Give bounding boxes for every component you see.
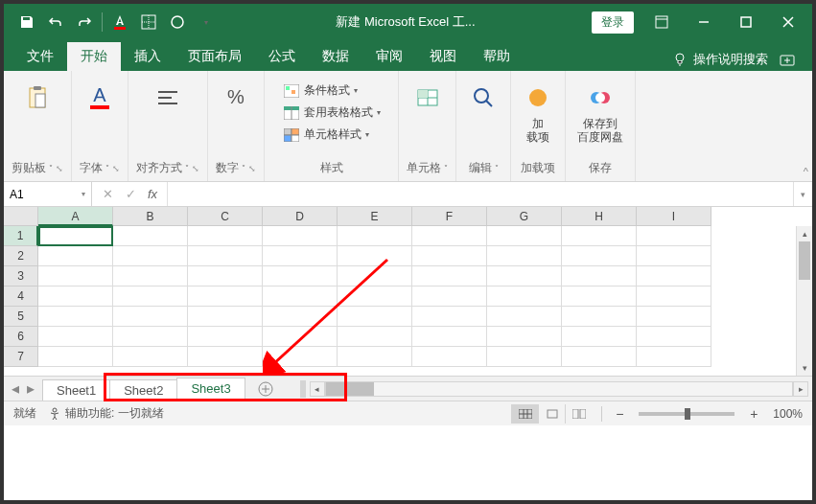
cell[interactable] bbox=[487, 226, 562, 246]
redo-icon[interactable] bbox=[71, 9, 98, 35]
zoom-slider[interactable] bbox=[639, 412, 734, 416]
col-header[interactable]: B bbox=[113, 207, 188, 226]
cell[interactable] bbox=[188, 307, 263, 327]
cell[interactable] bbox=[263, 347, 338, 367]
dialog-launcher-icon[interactable]: ⤡ bbox=[192, 164, 199, 173]
close-icon[interactable] bbox=[768, 8, 808, 36]
share-icon[interactable] bbox=[774, 48, 803, 71]
table-format-button[interactable]: 套用表格格式 ▾ bbox=[283, 103, 381, 123]
col-header[interactable]: A bbox=[38, 207, 113, 226]
tab-help[interactable]: 帮助 bbox=[470, 42, 524, 71]
cell[interactable] bbox=[188, 246, 263, 266]
col-header[interactable]: F bbox=[412, 207, 487, 226]
cell[interactable] bbox=[412, 226, 487, 246]
cell[interactable] bbox=[338, 246, 412, 266]
alignment-button[interactable] bbox=[149, 80, 187, 115]
save-icon[interactable] bbox=[13, 9, 40, 35]
dialog-launcher-icon[interactable]: ⤡ bbox=[248, 164, 256, 173]
cell[interactable] bbox=[188, 286, 263, 307]
accessibility-status[interactable]: 辅助功能: 一切就绪 bbox=[48, 405, 164, 422]
chevron-down-icon[interactable]: ˅ bbox=[49, 164, 53, 172]
horizontal-scrollbar[interactable] bbox=[325, 381, 793, 397]
cell-styles-button[interactable]: 单元格样式 ▾ bbox=[283, 125, 369, 145]
formula-input[interactable] bbox=[168, 182, 793, 206]
cell[interactable] bbox=[637, 347, 711, 367]
undo-icon[interactable] bbox=[42, 9, 69, 35]
row-header[interactable]: 5 bbox=[4, 307, 38, 327]
row-header[interactable]: 6 bbox=[4, 327, 38, 347]
chevron-down-icon[interactable]: ˅ bbox=[495, 164, 499, 172]
cell[interactable] bbox=[113, 307, 188, 327]
cell[interactable] bbox=[263, 307, 338, 327]
cell[interactable] bbox=[263, 327, 338, 347]
tab-layout[interactable]: 页面布局 bbox=[175, 42, 255, 71]
cell[interactable] bbox=[338, 307, 412, 327]
cell[interactable] bbox=[412, 266, 487, 286]
border-icon[interactable] bbox=[135, 9, 162, 35]
tab-view[interactable]: 视图 bbox=[416, 42, 470, 71]
cell[interactable] bbox=[338, 266, 412, 286]
col-header[interactable]: C bbox=[188, 207, 263, 226]
scroll-down-icon[interactable]: ▾ bbox=[797, 360, 812, 376]
cell[interactable] bbox=[263, 286, 338, 307]
font-color-icon[interactable] bbox=[106, 9, 133, 35]
chevron-down-icon[interactable]: ˅ bbox=[444, 164, 448, 172]
zoom-thumb[interactable] bbox=[685, 408, 690, 420]
cell[interactable] bbox=[412, 286, 487, 307]
cell[interactable] bbox=[637, 246, 711, 266]
cell[interactable] bbox=[188, 327, 263, 347]
cell[interactable] bbox=[487, 347, 562, 367]
cell[interactable] bbox=[188, 266, 263, 286]
cell[interactable] bbox=[637, 307, 711, 327]
minimize-icon[interactable] bbox=[684, 8, 724, 36]
prev-sheet-icon[interactable]: ◂ bbox=[12, 379, 19, 398]
addins-button[interactable]: 加 载项 bbox=[519, 80, 557, 147]
tab-file[interactable]: 文件 bbox=[13, 42, 67, 71]
zoom-out-button[interactable]: − bbox=[612, 406, 627, 422]
cell[interactable] bbox=[38, 327, 113, 347]
cell[interactable] bbox=[113, 327, 188, 347]
login-button[interactable]: 登录 bbox=[592, 11, 634, 34]
cell[interactable] bbox=[637, 286, 711, 307]
chevron-down-icon[interactable]: ˅ bbox=[185, 164, 189, 172]
col-header[interactable]: D bbox=[263, 207, 338, 226]
cell[interactable] bbox=[263, 246, 338, 266]
scroll-thumb[interactable] bbox=[326, 382, 374, 396]
qat-customize-icon[interactable]: ▾ bbox=[193, 9, 220, 35]
zoom-level[interactable]: 100% bbox=[773, 407, 803, 421]
col-header[interactable]: G bbox=[487, 207, 562, 226]
cell[interactable] bbox=[562, 246, 637, 266]
circle-icon[interactable] bbox=[164, 9, 191, 35]
tab-split-handle[interactable] bbox=[300, 380, 306, 398]
cell[interactable] bbox=[412, 246, 487, 266]
cell[interactable] bbox=[38, 226, 113, 246]
name-box[interactable]: A1 ▾ bbox=[4, 182, 92, 206]
dialog-launcher-icon[interactable]: ⤡ bbox=[56, 164, 63, 173]
scroll-left-icon[interactable]: ◂ bbox=[310, 381, 325, 397]
cell[interactable] bbox=[637, 327, 711, 347]
cell[interactable] bbox=[487, 327, 562, 347]
cell[interactable] bbox=[637, 226, 711, 246]
cell[interactable] bbox=[487, 246, 562, 266]
row-header[interactable]: 3 bbox=[4, 266, 38, 286]
cell[interactable] bbox=[113, 286, 188, 307]
conditional-format-button[interactable]: 条件格式 ▾ bbox=[283, 80, 358, 101]
fx-icon[interactable]: fx bbox=[142, 187, 163, 201]
dialog-launcher-icon[interactable]: ⤡ bbox=[112, 164, 120, 173]
cell[interactable] bbox=[637, 266, 711, 286]
cell[interactable] bbox=[562, 226, 637, 246]
cell[interactable] bbox=[562, 327, 637, 347]
cell[interactable] bbox=[412, 327, 487, 347]
sheet-tab[interactable]: Sheet1 bbox=[42, 379, 110, 401]
select-all-corner[interactable] bbox=[4, 207, 38, 226]
cell[interactable] bbox=[263, 226, 338, 246]
cell[interactable] bbox=[38, 246, 113, 266]
cell[interactable] bbox=[338, 327, 412, 347]
cell[interactable] bbox=[487, 307, 562, 327]
chevron-down-icon[interactable]: ˅ bbox=[105, 164, 109, 172]
row-header[interactable]: 2 bbox=[4, 246, 38, 266]
cell[interactable] bbox=[38, 266, 113, 286]
tab-formulas[interactable]: 公式 bbox=[255, 42, 309, 71]
ribbon-options-icon[interactable] bbox=[641, 8, 682, 36]
chevron-down-icon[interactable]: ˅ bbox=[242, 164, 245, 172]
